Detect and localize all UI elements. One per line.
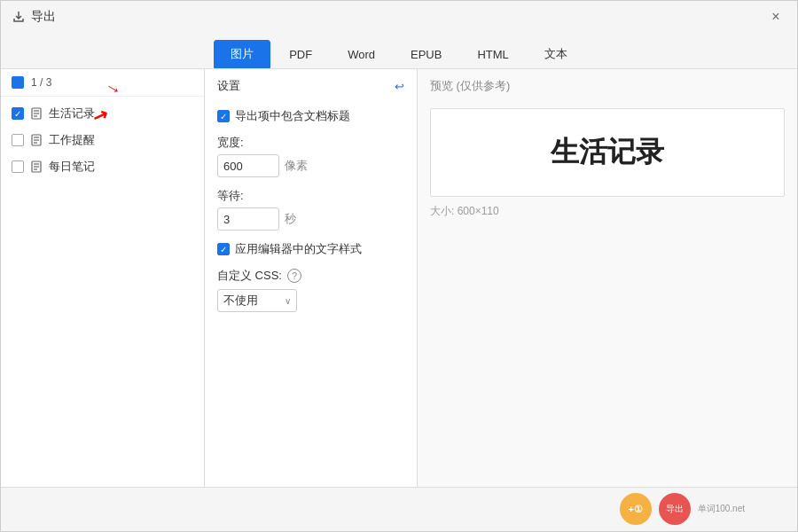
- checkbox-item-3[interactable]: [12, 160, 24, 173]
- include-title-label: 导出项中包含文档标题: [235, 108, 350, 124]
- preview-card: 生活记录: [430, 108, 785, 197]
- width-input[interactable]: [217, 154, 279, 177]
- export-dialog: 导出 × 图片 PDF Word EPUB HTML 文本 1 / 3: [0, 0, 798, 532]
- tab-images[interactable]: 图片: [214, 40, 270, 68]
- css-section: 自定义 CSS: ? 不使用 ∨: [217, 268, 404, 312]
- css-label: 自定义 CSS:: [217, 268, 282, 284]
- wm-site: 单词100.net: [698, 503, 745, 515]
- page-indicator-square: [12, 76, 24, 89]
- tab-pdf[interactable]: PDF: [272, 42, 329, 67]
- tab-word[interactable]: Word: [331, 42, 392, 67]
- wm-plus-circle: +①: [620, 493, 652, 525]
- doc-icon-2: [29, 133, 43, 147]
- list-item[interactable]: 每日笔记: [1, 153, 204, 180]
- wait-setting: 等待: 秒: [217, 188, 404, 231]
- tab-html[interactable]: HTML: [460, 42, 525, 67]
- tab-epub[interactable]: EPUB: [394, 42, 458, 67]
- list-item[interactable]: 生活记录: [1, 100, 204, 127]
- apply-style-label: 应用编辑器中的文字样式: [235, 241, 362, 257]
- preview-panel: 预览 (仅供参考) 生活记录 大小: 600×110: [418, 69, 797, 487]
- tab-text[interactable]: 文本: [528, 40, 584, 68]
- doc-label-1: 生活记录: [49, 106, 95, 121]
- checkbox-item-2[interactable]: [12, 134, 24, 146]
- doc-list: 生活记录 工作提醒: [1, 97, 204, 184]
- preview-title: 生活记录: [551, 133, 664, 172]
- tab-bar: 图片 PDF Word EPUB HTML 文本: [1, 33, 797, 68]
- bottom-bar: +① 导出 单词100.net: [1, 487, 797, 531]
- preview-size: 大小: 600×110: [430, 204, 785, 219]
- dialog-title: 导出: [31, 9, 56, 25]
- doc-icon-3: [29, 160, 43, 174]
- apply-style-checkbox[interactable]: [217, 243, 230, 255]
- wait-label: 等待:: [217, 188, 404, 204]
- include-title-checkbox[interactable]: [217, 110, 230, 122]
- doc-label-2: 工作提醒: [49, 132, 95, 148]
- left-panel: 1 / 3 生活记录: [1, 69, 205, 487]
- apply-style-row: 应用编辑器中的文字样式: [217, 241, 404, 257]
- close-button[interactable]: ×: [765, 6, 786, 27]
- info-icon[interactable]: ?: [287, 269, 301, 283]
- main-content: 1 / 3 生活记录: [1, 68, 797, 487]
- watermark-area: +① 导出 单词100.net: [620, 493, 745, 525]
- wm-export-circle: 导出: [659, 493, 691, 525]
- list-item[interactable]: 工作提醒: [1, 127, 204, 153]
- doc-icon-1: [29, 106, 43, 121]
- settings-title: 设置: [217, 78, 240, 94]
- include-title-row: 导出项中包含文档标题: [217, 108, 404, 124]
- width-unit: 像素: [285, 158, 308, 174]
- chevron-down-icon: ∨: [285, 296, 291, 306]
- wait-input-row: 秒: [217, 207, 404, 231]
- width-label: 宽度:: [217, 135, 404, 151]
- doc-label-3: 每日笔记: [49, 159, 95, 175]
- title-bar: 导出 ×: [1, 1, 797, 33]
- settings-header: 设置 ↩: [217, 78, 404, 94]
- wait-unit: 秒: [285, 211, 296, 227]
- page-indicator: 1 / 3: [1, 69, 204, 97]
- checkbox-item-1[interactable]: [12, 107, 24, 120]
- css-label-row: 自定义 CSS: ?: [217, 268, 404, 284]
- preview-header: 预览 (仅供参考): [430, 78, 785, 94]
- export-icon: [12, 10, 26, 24]
- width-input-row: 像素: [217, 154, 404, 177]
- page-count: 1 / 3: [31, 76, 51, 89]
- title-left: 导出: [12, 9, 56, 25]
- css-select-value: 不使用: [223, 293, 258, 309]
- settings-panel: 设置 ↩ 导出项中包含文档标题 宽度: 像素 等待:: [205, 69, 418, 487]
- width-setting: 宽度: 像素: [217, 135, 404, 177]
- reset-button[interactable]: ↩: [395, 80, 404, 93]
- css-select[interactable]: 不使用 ∨: [217, 289, 297, 312]
- wait-input[interactable]: [217, 207, 279, 231]
